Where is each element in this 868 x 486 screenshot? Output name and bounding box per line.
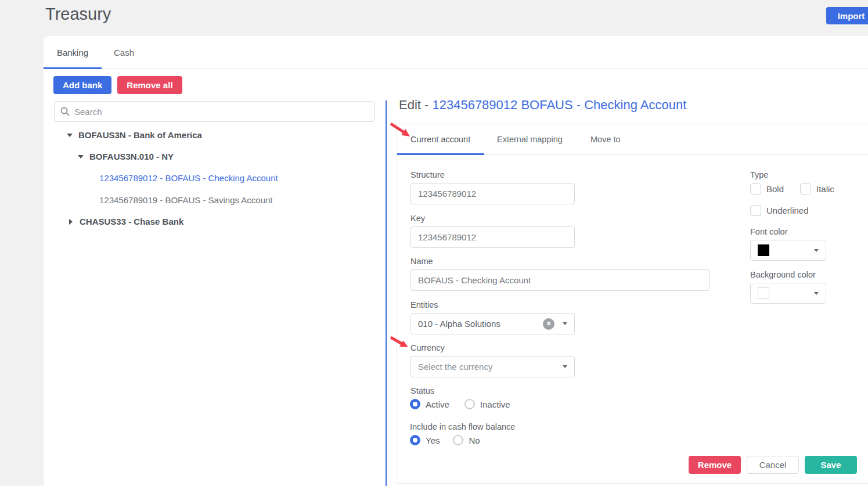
search-box[interactable] <box>54 101 374 122</box>
entities-select[interactable]: 010 - Alpha Solutions ✕ <box>410 313 575 334</box>
add-bank-button[interactable]: Add bank <box>53 76 111 94</box>
main-tab-bar: Banking Cash <box>44 36 868 69</box>
panel-splitter[interactable] <box>386 100 387 486</box>
status-inactive-label[interactable]: Inactive <box>480 399 510 409</box>
remove-button[interactable]: Remove <box>689 456 741 474</box>
tab-banking[interactable]: Banking <box>44 36 102 69</box>
bold-label[interactable]: Bold <box>766 184 784 194</box>
entities-value: 010 - Alpha Solutions <box>418 319 500 329</box>
font-color-label: Font color <box>750 227 787 236</box>
include-no-label[interactable]: No <box>469 435 480 445</box>
currency-select[interactable]: Select the currency <box>410 356 575 377</box>
font-color-swatch <box>758 244 769 256</box>
font-color-select[interactable] <box>750 240 826 261</box>
tree-item-chasus33[interactable]: CHASUS33 - Chase Bank <box>66 217 183 226</box>
editor-title-account: 123456789012 BOFAUS - Checking Account <box>432 98 686 112</box>
remove-all-button[interactable]: Remove all <box>117 76 182 94</box>
currency-label: Currency <box>410 343 445 352</box>
import-button[interactable]: Import <box>826 7 868 24</box>
tree-item-label: 123456789012 - BOFAUS - Checking Account <box>99 173 278 183</box>
chevron-down-icon[interactable] <box>76 155 85 159</box>
editor-title: Edit - 123456789012 BOFAUS - Checking Ac… <box>399 98 686 113</box>
italic-checkbox[interactable] <box>800 183 811 195</box>
underlined-checkbox[interactable] <box>750 205 761 216</box>
page-title: Treasury <box>45 5 111 24</box>
structure-value: 123456789012 <box>418 189 476 199</box>
tab-cash-label: Cash <box>114 48 134 57</box>
main-card: Banking Cash Add bank Remove all BOFAUS3… <box>44 36 868 486</box>
tree-item-bofaus3n[interactable]: BOFAUS3N - Bank of America <box>65 130 202 140</box>
type-label: Type <box>750 170 768 179</box>
tab-banking-label: Banking <box>57 48 88 57</box>
tree-item-label: BOFAUS3N - Bank of America <box>78 130 202 140</box>
background-color-swatch <box>758 287 769 299</box>
chevron-down-icon <box>814 292 819 295</box>
include-cash-flow-label: Include in cash flow balance <box>410 422 515 431</box>
tab-label: Move to <box>590 135 621 144</box>
editor-tab-bar: Current account External mapping Move to <box>397 124 868 155</box>
tab-current-account[interactable]: Current account <box>410 124 470 154</box>
chevron-down-icon <box>814 249 819 252</box>
tree-item-bofaus3n-010[interactable]: BOFAUS3N.010 - NY <box>76 152 174 161</box>
background-color-select[interactable] <box>750 283 826 304</box>
name-field[interactable]: BOFAUS - Checking Account <box>410 269 710 291</box>
italic-label[interactable]: Italic <box>816 184 834 194</box>
include-yes-label[interactable]: Yes <box>426 435 440 445</box>
chevron-down-icon[interactable] <box>65 134 74 137</box>
chevron-down-icon <box>563 365 567 368</box>
tree-item-savings-account[interactable]: 123456789019 - BOFAUS - Savings Account <box>99 195 273 205</box>
name-value: BOFAUS - Checking Account <box>418 275 531 285</box>
key-label: Key <box>410 214 425 223</box>
chevron-right-icon[interactable] <box>66 219 75 225</box>
tab-external-mapping[interactable]: External mapping <box>497 124 563 154</box>
tree-item-checking-account[interactable]: 123456789012 - BOFAUS - Checking Account <box>99 173 278 183</box>
status-inactive-radio[interactable] <box>464 399 475 409</box>
active-tab-underline <box>397 153 484 155</box>
status-radio-group: Active Inactive <box>410 399 510 409</box>
underlined-label[interactable]: Underlined <box>766 206 809 215</box>
chevron-down-icon <box>563 322 567 325</box>
status-active-label[interactable]: Active <box>426 399 449 409</box>
structure-field[interactable]: 123456789012 <box>410 183 575 204</box>
include-cash-flow-radio-group: Yes No <box>410 435 480 445</box>
key-value: 123456789012 <box>418 232 476 242</box>
tab-label: External mapping <box>497 135 563 144</box>
status-label: Status <box>410 386 434 395</box>
search-icon <box>60 107 70 116</box>
edit-form-panel: Current account External mapping Move to… <box>397 124 868 484</box>
bold-checkbox[interactable] <box>750 183 761 195</box>
bold-checkbox-row: Bold Italic <box>750 183 834 195</box>
save-button[interactable]: Save <box>805 456 857 474</box>
status-active-radio[interactable] <box>410 399 420 409</box>
underlined-checkbox-row: Underlined <box>750 205 809 216</box>
cancel-button[interactable]: Cancel <box>747 456 799 474</box>
tree-item-label: CHASUS33 - Chase Bank <box>80 217 183 226</box>
background-color-label: Background color <box>750 270 816 279</box>
editor-title-prefix: Edit - <box>399 98 432 112</box>
clear-entity-icon[interactable]: ✕ <box>543 318 554 330</box>
bank-toolbar: Add bank Remove all <box>53 76 182 94</box>
tab-label: Current account <box>410 135 470 144</box>
currency-placeholder: Select the currency <box>418 362 492 372</box>
key-field[interactable]: 123456789012 <box>410 226 575 248</box>
name-label: Name <box>410 257 433 266</box>
form-actions: Remove Cancel Save <box>689 456 857 474</box>
active-tab-underline <box>44 67 102 69</box>
search-input[interactable] <box>74 107 368 117</box>
tab-move-to[interactable]: Move to <box>590 124 621 154</box>
tree-item-label: BOFAUS3N.010 - NY <box>89 152 174 161</box>
include-no-radio[interactable] <box>453 435 463 445</box>
entities-label: Entities <box>410 300 438 309</box>
structure-label: Structure <box>410 170 445 179</box>
include-yes-radio[interactable] <box>410 435 420 445</box>
tree-item-label: 123456789019 - BOFAUS - Savings Account <box>99 195 273 205</box>
tab-cash[interactable]: Cash <box>114 36 134 69</box>
